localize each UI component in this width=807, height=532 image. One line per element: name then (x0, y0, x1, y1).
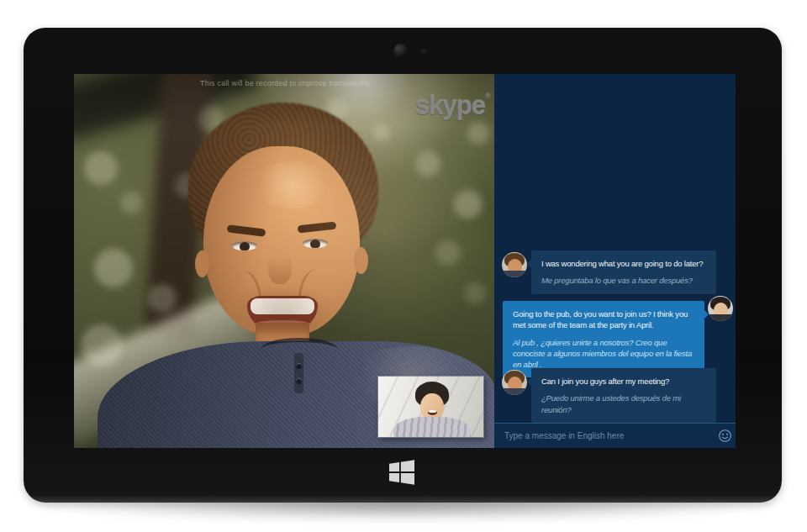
message-input-bar (494, 423, 736, 448)
message-text: Can I join you guys after my meeting? (541, 376, 706, 387)
message-bubble: Can I join you guys after my meeting? ¿P… (531, 368, 716, 423)
skype-app-screen: This call will be recorded to improve tr… (74, 74, 736, 448)
message-translation: Me preguntaba lo que vas a hacer después… (541, 275, 706, 286)
remote-avatar (502, 370, 527, 395)
avatar-shirt (502, 388, 527, 395)
windows-logo-icon (388, 460, 415, 485)
smiley-icon (718, 429, 732, 443)
avatar-shirt (708, 314, 733, 321)
message-text: Going to the pub, do you want to join us… (513, 308, 694, 331)
light-sensor-icon (421, 49, 426, 54)
front-camera-icon (393, 44, 408, 58)
remote-video-view: This call will be recorded to improve tr… (74, 74, 494, 448)
message-translation: ¿Puedo unirme a ustedes después de mi re… (541, 392, 706, 415)
message-translation: Al pub , ¿quieres unirte a nosotros? Cre… (513, 337, 694, 371)
self-smile (428, 410, 437, 415)
message-text: I was wondering what you are going to do… (541, 258, 706, 269)
remote-avatar (502, 252, 527, 277)
self-video-pip[interactable] (378, 377, 483, 437)
translation-chat-panel: I was wondering what you are going to do… (494, 74, 736, 448)
marketing-photo: This call will be recorded to improve tr… (0, 0, 807, 532)
self-shirt (393, 417, 471, 437)
self-avatar (708, 296, 733, 321)
message-bubble: Going to the pub, do you want to join us… (503, 301, 704, 377)
registered-mark: ® (485, 92, 491, 101)
skype-wordmark: skype (415, 91, 485, 120)
message-input[interactable] (494, 424, 714, 448)
avatar-shirt (502, 271, 527, 277)
emoji-button[interactable] (714, 424, 736, 448)
message-bubble: I was wondering what you are going to do… (531, 250, 716, 294)
windows-home-button[interactable] (387, 458, 417, 487)
skype-logo-watermark: skype® (415, 91, 491, 121)
recording-notice: This call will be recorded to improve tr… (200, 79, 372, 87)
